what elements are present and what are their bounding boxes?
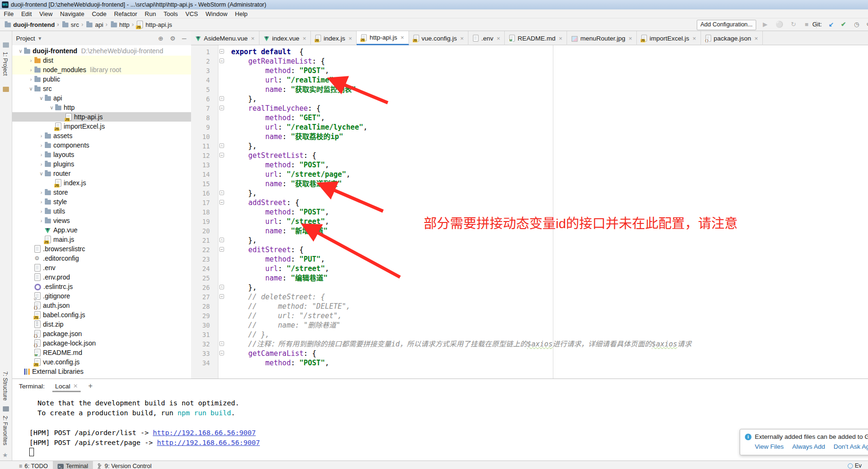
tree-row[interactable]: ⚙.editorconfig	[12, 254, 191, 263]
chevron-closed-icon[interactable]: ›	[38, 208, 45, 214]
tree-row[interactable]: ›components	[12, 140, 191, 150]
editor-tab-menurouter-jpg[interactable]: menuRouter.jpg×	[567, 31, 637, 45]
chevron-open-icon[interactable]: ∨	[17, 48, 24, 54]
stripe-label-project[interactable]: 1: Project	[2, 52, 8, 76]
project-toolwindow-icon[interactable]	[3, 42, 9, 48]
tree-row[interactable]: .eslintrc.js	[12, 282, 191, 291]
fold-start-icon[interactable]: −	[219, 58, 224, 63]
tree-row[interactable]: ›layouts	[12, 150, 191, 159]
chevron-open-icon[interactable]: ∨	[27, 86, 34, 92]
close-icon[interactable]: ×	[302, 35, 306, 42]
code-editor[interactable]: 1−export default {2− getRealTimeList: {3…	[191, 45, 868, 378]
breadcrumb-item[interactable]: http›	[111, 21, 136, 28]
editor-tab-importexcel-js[interactable]: importExcel.js×	[637, 31, 701, 45]
stop-icon[interactable]: ■	[802, 20, 811, 29]
chevron-closed-icon[interactable]: ›	[38, 142, 45, 148]
tree-row[interactable]: .gitignore	[12, 291, 191, 301]
statusbar-item-6-todo[interactable]: ≡6: TODO	[14, 461, 53, 469]
tree-row[interactable]: ›views	[12, 216, 191, 225]
editor-tab-index-vue[interactable]: index.vue×	[259, 31, 311, 45]
chevron-closed-icon[interactable]: ›	[27, 58, 34, 63]
fold-start-icon[interactable]: −	[219, 49, 224, 54]
rollback-icon[interactable]: ↺	[864, 20, 868, 29]
project-panel-header[interactable]: Project ▼ ⊕ ⚙ ─	[12, 31, 191, 45]
run-icon[interactable]: ▶	[760, 20, 770, 29]
tree-row[interactable]: External Libraries	[12, 367, 191, 376]
chevron-open-icon[interactable]: ∨	[38, 171, 45, 177]
editor-tab-http-api-js[interactable]: http-api.js×	[357, 31, 409, 45]
close-icon[interactable]: ✕	[73, 383, 78, 389]
structure-icon[interactable]	[3, 406, 9, 411]
notification-action-don-t-ask-agai[interactable]: Don't Ask Agai	[834, 443, 868, 450]
editor-tab--env[interactable]: .env×	[468, 31, 505, 45]
statusbar-item-terminal[interactable]: >_Terminal	[53, 461, 93, 469]
close-icon[interactable]: ×	[251, 35, 255, 42]
tree-row[interactable]: auth.json	[12, 301, 191, 310]
history-icon[interactable]: ◷	[852, 20, 861, 29]
tree-row[interactable]: README.md	[12, 348, 191, 357]
close-icon[interactable]: ×	[460, 35, 464, 42]
statusbar-item-9-version-control[interactable]: 9: Version Control	[93, 461, 156, 469]
fold-start-icon[interactable]: −	[219, 200, 224, 205]
editor-tab-index-js[interactable]: index.js×	[311, 31, 357, 45]
fold-end-icon[interactable]: ˄	[219, 190, 224, 195]
close-icon[interactable]: ×	[559, 35, 563, 42]
update-project-icon[interactable]: ↙	[826, 20, 836, 29]
stripe-label-favorites[interactable]: 2: Favorites	[2, 416, 8, 445]
chevron-closed-icon[interactable]: ›	[27, 67, 34, 73]
chevron-open-icon[interactable]: ∨	[38, 95, 45, 101]
tree-row[interactable]: ›style	[12, 197, 191, 206]
fold-start-icon[interactable]: −	[219, 106, 224, 110]
menu-item-edit[interactable]: Edit	[17, 10, 35, 17]
tree-row[interactable]: .env.prod	[12, 272, 191, 282]
close-icon[interactable]: ×	[497, 35, 501, 42]
editor-tab-readme-md[interactable]: README.md×	[505, 31, 567, 45]
breadcrumb-item[interactable]: duoji-frontend›	[5, 21, 61, 28]
tree-row[interactable]: http-api.js	[12, 112, 191, 122]
tree-row[interactable]: ›assets	[12, 131, 191, 140]
tree-row[interactable]: dist.zip	[12, 320, 191, 329]
add-configuration-button[interactable]: Add Configuration...	[697, 20, 756, 30]
terminal-link[interactable]: http://192.168.66.56:9007	[153, 429, 256, 436]
tree-row[interactable]: vue.config.js	[12, 357, 191, 367]
chevron-closed-icon[interactable]: ›	[38, 133, 45, 139]
tree-row[interactable]: .env	[12, 263, 191, 272]
breadcrumb-item[interactable]: api›	[86, 21, 109, 28]
settings-gear-icon[interactable]: ⚙	[170, 35, 175, 42]
chevron-closed-icon[interactable]: ›	[38, 152, 45, 157]
editor-tab-vue-config-js[interactable]: vue.config.js×	[409, 31, 469, 45]
terminal-link[interactable]: http://192.168.66.56:9007	[157, 439, 260, 446]
editor-tab-asidemenu-vue[interactable]: AsideMenu.vue×	[191, 31, 259, 45]
event-log-button[interactable]: Ev	[848, 462, 862, 469]
close-icon[interactable]: ×	[349, 35, 352, 42]
notification-action-always-add[interactable]: Always Add	[792, 443, 825, 450]
menu-item-help[interactable]: Help	[231, 10, 251, 17]
tree-row[interactable]: main.js	[12, 235, 191, 244]
fold-start-icon[interactable]: −	[219, 294, 224, 299]
tree-row[interactable]: ›store	[12, 188, 191, 197]
menu-item-vcs[interactable]: VCS	[182, 10, 202, 17]
tree-row[interactable]: package.json	[12, 329, 191, 338]
tree-row[interactable]: ›public	[12, 74, 191, 84]
close-icon[interactable]: ×	[628, 35, 632, 42]
tree-row[interactable]: ›dist	[12, 56, 191, 65]
tree-row[interactable]: ∨http	[12, 103, 191, 112]
chevron-open-icon[interactable]: ∨	[48, 105, 55, 111]
tree-row[interactable]: ∨api	[12, 93, 191, 103]
chevron-closed-icon[interactable]: ›	[38, 161, 45, 167]
menu-item-window[interactable]: Window	[202, 10, 231, 17]
fold-end-icon[interactable]: ˄	[219, 341, 224, 346]
hide-panel-icon[interactable]: ─	[182, 35, 186, 42]
chevron-closed-icon[interactable]: ›	[38, 199, 45, 205]
menu-item-code[interactable]: Code	[88, 10, 110, 17]
favorites-star-icon[interactable]: ★	[2, 452, 8, 459]
close-icon[interactable]: ×	[401, 34, 404, 41]
editor-tab-package-json[interactable]: package.json×	[701, 31, 763, 45]
fold-end-icon[interactable]: ˄	[219, 285, 224, 289]
close-icon[interactable]: ×	[754, 35, 758, 42]
tree-row[interactable]: ›node_moduleslibrary root	[12, 65, 191, 74]
breadcrumb-item[interactable]: http-api.js	[137, 21, 172, 28]
menu-item-view[interactable]: View	[35, 10, 56, 17]
tree-row[interactable]: App.vue	[12, 225, 191, 235]
chevron-closed-icon[interactable]: ›	[38, 189, 45, 195]
